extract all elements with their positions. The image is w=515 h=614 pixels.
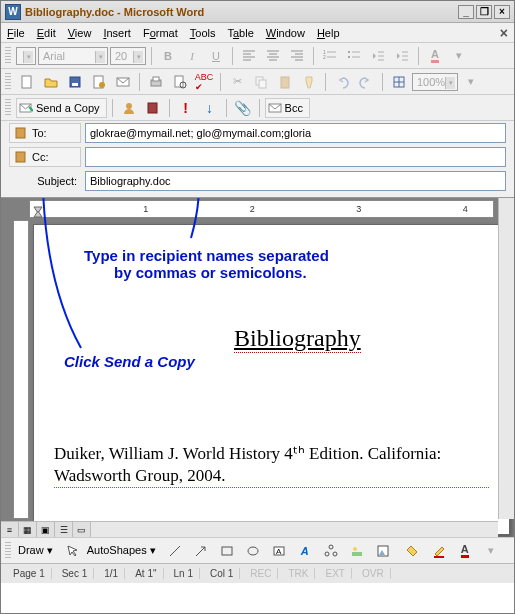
oval-button[interactable]: [242, 540, 264, 562]
line-button[interactable]: [164, 540, 186, 562]
minimize-button[interactable]: _: [458, 5, 474, 19]
email-button[interactable]: [112, 71, 134, 93]
web-view-button[interactable]: ▦: [19, 522, 37, 538]
style-combo[interactable]: ▾: [16, 47, 36, 65]
bcc-label: Bcc: [285, 102, 303, 114]
print-view-button[interactable]: ▣: [37, 522, 55, 538]
horizontal-ruler[interactable]: 1 2 3 4: [29, 200, 494, 218]
copy-button[interactable]: [250, 71, 272, 93]
address-book-button[interactable]: [142, 97, 164, 119]
menu-format[interactable]: Format: [143, 27, 178, 39]
tables-borders-button[interactable]: [388, 71, 410, 93]
rectangle-button[interactable]: [216, 540, 238, 562]
print-button[interactable]: [145, 71, 167, 93]
menu-help[interactable]: Help: [317, 27, 340, 39]
document-page[interactable]: Type in recipient names separated by com…: [33, 224, 510, 535]
cc-button[interactable]: Cc:: [9, 147, 81, 167]
align-center-button[interactable]: [262, 45, 284, 67]
bulleted-list-button[interactable]: [343, 45, 365, 67]
doc-close-button[interactable]: ×: [500, 25, 508, 41]
to-input[interactable]: glokrae@mymail.net; glo@mymail.com;glori…: [85, 123, 506, 143]
underline-button[interactable]: U: [205, 45, 227, 67]
drawing-toolbar: Draw ▾ AutoShapes ▾ A A A ▾: [1, 537, 514, 563]
select-objects-button[interactable]: [61, 540, 83, 562]
bcc-button[interactable]: Bcc: [265, 98, 310, 118]
menu-file[interactable]: File: [7, 27, 25, 39]
cut-button[interactable]: ✂: [226, 71, 248, 93]
book-icon: [14, 126, 28, 140]
line-color-button[interactable]: [428, 540, 450, 562]
more-buttons[interactable]: ▾: [448, 45, 470, 67]
new-document-button[interactable]: [16, 71, 38, 93]
spelling-button[interactable]: ABC✔: [193, 71, 215, 93]
wordart-button[interactable]: A: [294, 540, 316, 562]
normal-view-button[interactable]: ≡: [1, 522, 19, 538]
restore-button[interactable]: ❐: [476, 5, 492, 19]
svg-rect-16: [281, 77, 289, 88]
fill-color-button[interactable]: [402, 540, 424, 562]
subject-input[interactable]: Bibliography.doc: [85, 171, 506, 191]
toolbar-grip[interactable]: [5, 542, 11, 560]
send-a-copy-button[interactable]: Send a Copy: [16, 98, 107, 118]
status-rec[interactable]: REC: [244, 568, 278, 579]
status-ext[interactable]: EXT: [319, 568, 351, 579]
status-ovr[interactable]: OVR: [356, 568, 391, 579]
font-combo[interactable]: Arial▾: [38, 47, 108, 65]
window-title: Bibliography.doc - Microsoft Word: [25, 6, 204, 18]
format-painter-button[interactable]: [298, 71, 320, 93]
numbered-list-button[interactable]: 12: [319, 45, 341, 67]
cc-input[interactable]: [85, 147, 506, 167]
open-button[interactable]: [40, 71, 62, 93]
italic-button[interactable]: I: [181, 45, 203, 67]
toolbar-grip[interactable]: [5, 47, 11, 65]
menu-tools[interactable]: Tools: [190, 27, 216, 39]
menu-insert[interactable]: Insert: [103, 27, 131, 39]
svg-point-33: [325, 552, 329, 556]
toolbar-grip[interactable]: [5, 99, 11, 117]
vertical-ruler[interactable]: [13, 220, 29, 519]
font-size-combo[interactable]: 20▾: [110, 47, 146, 65]
arrow-button[interactable]: [190, 540, 212, 562]
save-button[interactable]: [64, 71, 86, 93]
textbox-button[interactable]: A: [268, 540, 290, 562]
autoshapes-menu[interactable]: AutoShapes ▾: [87, 544, 156, 557]
menu-window[interactable]: Window: [266, 27, 305, 39]
accounts-button[interactable]: [118, 97, 140, 119]
decrease-indent-button[interactable]: [367, 45, 389, 67]
draw-menu[interactable]: Draw ▾: [18, 544, 53, 557]
font-color-button[interactable]: A: [424, 45, 446, 67]
outline-view-button[interactable]: ☰: [55, 522, 73, 538]
toolbar-grip[interactable]: [5, 73, 11, 91]
svg-rect-20: [148, 103, 157, 113]
vertical-scrollbar[interactable]: [498, 198, 514, 519]
zoom-combo[interactable]: 100%▾: [412, 73, 458, 91]
diagram-button[interactable]: [320, 540, 342, 562]
font-color-button-2[interactable]: A: [454, 540, 476, 562]
redo-button[interactable]: [355, 71, 377, 93]
to-button[interactable]: To:: [9, 123, 81, 143]
bold-button[interactable]: B: [157, 45, 179, 67]
permission-button[interactable]: [88, 71, 110, 93]
status-bar: Page 1 Sec 1 1/1 At 1" Ln 1 Col 1 REC TR…: [1, 563, 514, 583]
increase-indent-button[interactable]: [391, 45, 413, 67]
paste-button[interactable]: [274, 71, 296, 93]
clipart-button[interactable]: [346, 540, 368, 562]
close-button[interactable]: ×: [494, 5, 510, 19]
attach-button[interactable]: 📎: [232, 97, 254, 119]
align-left-button[interactable]: [238, 45, 260, 67]
importance-high-button[interactable]: !: [175, 97, 197, 119]
cc-row: Cc:: [1, 145, 514, 169]
menu-bar: File Edit View Insert Format Tools Table…: [1, 23, 514, 43]
status-trk[interactable]: TRK: [282, 568, 315, 579]
align-right-button[interactable]: [286, 45, 308, 67]
more-buttons[interactable]: ▾: [460, 71, 482, 93]
picture-button[interactable]: [372, 540, 394, 562]
menu-edit[interactable]: Edit: [37, 27, 56, 39]
menu-view[interactable]: View: [68, 27, 92, 39]
print-preview-button[interactable]: [169, 71, 191, 93]
undo-button[interactable]: [331, 71, 353, 93]
importance-low-button[interactable]: ↓: [199, 97, 221, 119]
more-buttons[interactable]: ▾: [480, 540, 502, 562]
menu-table[interactable]: Table: [227, 27, 253, 39]
reading-view-button[interactable]: ▭: [73, 522, 91, 538]
